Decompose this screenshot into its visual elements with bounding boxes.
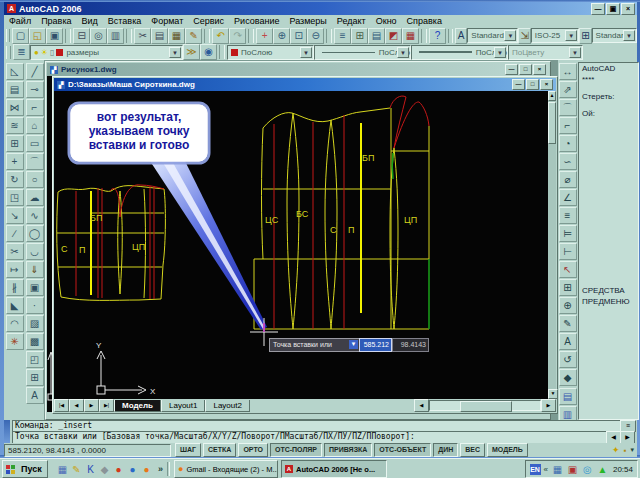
layer-properties-icon[interactable]: ≣ — [13, 44, 30, 60]
close-button[interactable]: × — [621, 3, 635, 15]
language-indicator[interactable]: EN — [530, 464, 541, 475]
taskbar-task-gmail[interactable]: ● Gmail - Входящие (2) - М... — [174, 460, 278, 478]
screen-menu-stars[interactable]: **** — [579, 74, 638, 85]
status-toggle-сетка[interactable]: СЕТКА — [203, 443, 236, 457]
dim-edit-button[interactable]: ✎ — [559, 315, 577, 332]
doc2-minimize-button[interactable]: — — [512, 79, 525, 90]
layer-previous-icon[interactable]: ◉ — [200, 44, 217, 60]
dim-radius-button[interactable]: ◔ — [559, 135, 577, 152]
toolbar-grip[interactable] — [6, 46, 11, 59]
dim-baseline-button[interactable]: ⊨ — [559, 225, 577, 242]
screen-menu-item-assist[interactable]: СРЕДСТВА — [579, 285, 638, 296]
help-button[interactable]: ? — [429, 28, 446, 44]
menu-item-0[interactable]: Файл — [4, 16, 36, 26]
chevron-down-icon[interactable]: ▼ — [397, 47, 409, 58]
layer-lock-icon[interactable]: ▯ — [50, 48, 54, 57]
vertical-scroll-thumb[interactable] — [548, 102, 556, 144]
layer-on-bulb-icon[interactable]: ● — [34, 48, 39, 57]
pan-button[interactable]: + — [256, 28, 273, 44]
array-button[interactable]: ⊞ — [6, 135, 24, 152]
tab-first-icon[interactable]: |◀ — [54, 399, 69, 412]
screen-menu-item-oops[interactable]: Ой: — [579, 108, 638, 119]
extend-button[interactable]: ↦ — [6, 261, 24, 278]
fillet-button[interactable]: ◠ — [6, 315, 24, 332]
erase-button[interactable]: ◺ — [6, 63, 24, 80]
lengthen-button[interactable]: ∕ — [6, 225, 24, 242]
toolbar-grip[interactable] — [6, 29, 10, 42]
coordinates-display[interactable]: 585.2120, 98.4143 , 0.0000 — [4, 444, 171, 457]
chevron-down-icon[interactable]: ▼ — [623, 30, 635, 41]
undo-button[interactable]: ↶ — [212, 28, 229, 44]
menu-item-1[interactable]: Правка — [36, 16, 76, 26]
dim-style-button[interactable]: ◆ — [559, 369, 577, 386]
copy-object-button[interactable]: ▤ — [6, 81, 24, 98]
copy-button[interactable]: ▤ — [151, 28, 168, 44]
menu-item-6[interactable]: Рисование — [229, 16, 284, 26]
status-toggle-привязка[interactable]: ПРИВЯЗКА — [324, 443, 372, 457]
tolerance-button[interactable]: ⊞ — [559, 279, 577, 296]
quickcalc-button[interactable]: ▦ — [402, 28, 419, 44]
center-mark-button[interactable]: ⊕ — [559, 297, 577, 314]
properties-button[interactable]: ≡ — [334, 28, 351, 44]
drawing-canvas[interactable]: БП С П ЦП — [54, 91, 548, 399]
explode-button[interactable]: ✳ — [6, 333, 24, 350]
lineweight-control-combo[interactable]: ПоСлою ▼ — [411, 45, 508, 60]
redo-button[interactable]: ↷ — [229, 28, 246, 44]
menu-item-8[interactable]: Редакт — [332, 16, 371, 26]
dim-update-button[interactable]: ↺ — [559, 351, 577, 368]
construction-line-button[interactable]: ⊸ — [26, 81, 44, 98]
insert-block-button[interactable]: ⇓ — [26, 261, 44, 278]
offset-button[interactable]: ≋ — [6, 117, 24, 134]
start-button[interactable]: Пуск — [2, 460, 48, 478]
doc2-title-bar[interactable]: ▞ D:\Заказы\Маша Сироткина.dwg — □ × — [54, 78, 556, 91]
table-style-icon[interactable]: ⊞ — [579, 28, 591, 44]
layer-color-swatch[interactable] — [56, 49, 63, 56]
title-bar[interactable]: A AutoCAD 2006 — ▣ × — [4, 2, 637, 15]
doc1-minimize-button[interactable]: — — [505, 64, 518, 75]
hatch-button[interactable]: ▨ — [26, 315, 44, 332]
sheet-set-manager-button[interactable]: ▤ — [368, 28, 385, 44]
status-toggle-модель[interactable]: МОДЕЛЬ — [487, 443, 528, 457]
media-player-button[interactable]: K — [84, 463, 97, 476]
point-button[interactable]: · — [26, 297, 44, 314]
status-toggle-отс-поляр[interactable]: ОТС-ПОЛЯР — [270, 443, 322, 457]
quick-launch-more-chevron[interactable]: » — [158, 464, 163, 474]
show-desktop-button[interactable]: ▦ — [56, 463, 69, 476]
doc1-title-bar[interactable]: ▞ Рисунок1.dwg — □ × — [47, 63, 549, 76]
revision-cloud-button[interactable]: ☁ — [26, 189, 44, 206]
text-style-combo[interactable]: Standard ▼ — [467, 28, 518, 43]
opera-browser-button[interactable]: ● — [112, 463, 125, 476]
dim-text-edit-button[interactable]: A — [559, 333, 577, 350]
save-file-button[interactable]: ▣ — [46, 28, 63, 44]
dynamic-input-x-field[interactable]: 585.212 — [359, 338, 392, 352]
minimize-button[interactable]: — — [591, 3, 605, 15]
polyline-button[interactable]: ⌐ — [26, 99, 44, 116]
gradient-button[interactable]: ▩ — [26, 333, 44, 350]
dim-style-icon[interactable]: ⇲ — [518, 28, 530, 44]
plot-button[interactable]: ⊟ — [73, 28, 90, 44]
doc1-maximize-button[interactable]: □ — [519, 64, 532, 75]
break-button[interactable]: ∦ — [6, 279, 24, 296]
toolbar-lock-icon[interactable]: ▪ — [624, 446, 627, 455]
quick-leader-button[interactable]: ↖ — [559, 261, 577, 278]
tab-prev-icon[interactable]: ◀ — [69, 399, 84, 412]
linetype-control-combo[interactable]: ПоСлою ▼ — [314, 45, 411, 60]
scroll-down-icon[interactable]: ▼ — [548, 389, 558, 399]
editor-button[interactable]: ✎ — [70, 463, 83, 476]
tab-model[interactable]: Модель — [114, 400, 161, 412]
document-window-2[interactable]: ▞ D:\Заказы\Маша Сироткина.dwg — □ × — [52, 76, 558, 414]
menu-item-7[interactable]: Размеры — [284, 16, 331, 26]
menu-item-2[interactable]: Вид — [77, 16, 103, 26]
designcenter-button[interactable]: ⊞ — [351, 28, 368, 44]
mail-client-button[interactable]: ◆ — [98, 463, 111, 476]
spline-button[interactable]: ∿ — [26, 207, 44, 224]
tray-network-button[interactable]: ▦ — [551, 463, 564, 476]
doc1-close-button[interactable]: × — [533, 64, 546, 75]
dim-diameter-button[interactable]: ⌀ — [559, 171, 577, 188]
new-file-button[interactable]: ▢ — [12, 28, 29, 44]
dynamic-input-y-field[interactable]: 98.4143 — [392, 338, 429, 352]
dim-linear-button[interactable]: ↔ — [559, 63, 577, 80]
table-style-combo[interactable]: Standard ▼ — [592, 28, 637, 43]
make-object-layer-current-icon[interactable]: ≫ — [183, 44, 200, 60]
cut-button[interactable]: ✂ — [134, 28, 151, 44]
